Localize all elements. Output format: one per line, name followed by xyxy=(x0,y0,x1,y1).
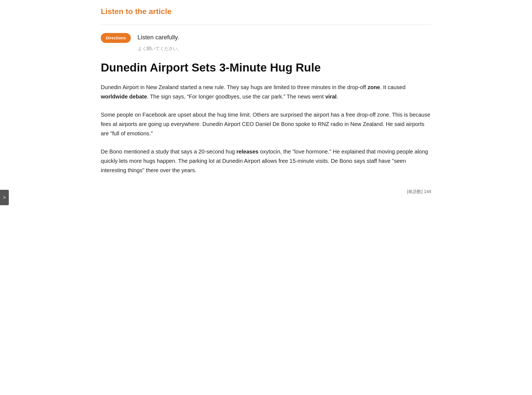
chevron-right-icon: > xyxy=(3,194,6,202)
article-paragraph-2: Some people on Facebook are upset about … xyxy=(101,110,431,138)
page-wrapper: Listen to the article Directions Listen … xyxy=(90,0,442,212)
listen-to-article-link[interactable]: Listen to the article xyxy=(101,7,172,16)
bold-viral: viral xyxy=(325,94,336,100)
article-body: Dunedin Airport in New Zealand started a… xyxy=(101,83,431,175)
article-title: Dunedin Airport Sets 3-Minute Hug Rule xyxy=(101,61,431,75)
bold-releases: releases xyxy=(237,149,259,155)
directions-translation: よく聞いてください。 xyxy=(101,45,431,52)
directions-badge: Directions xyxy=(101,33,131,43)
bold-zone: zone xyxy=(368,84,380,90)
word-count: [単語数] 144 xyxy=(101,184,431,195)
directions-row: Directions Listen carefully. xyxy=(101,32,431,43)
directions-instruction: Listen carefully. xyxy=(137,32,179,42)
header-section: Listen to the article xyxy=(101,0,431,22)
section-divider xyxy=(101,24,431,25)
article-paragraph-3: De Bono mentioned a study that says a 20… xyxy=(101,147,431,175)
side-arrow-button[interactable]: > xyxy=(0,190,9,205)
article-paragraph-1: Dunedin Airport in New Zealand started a… xyxy=(101,83,431,101)
bold-worldwide-debate: worldwide debate xyxy=(101,94,147,100)
